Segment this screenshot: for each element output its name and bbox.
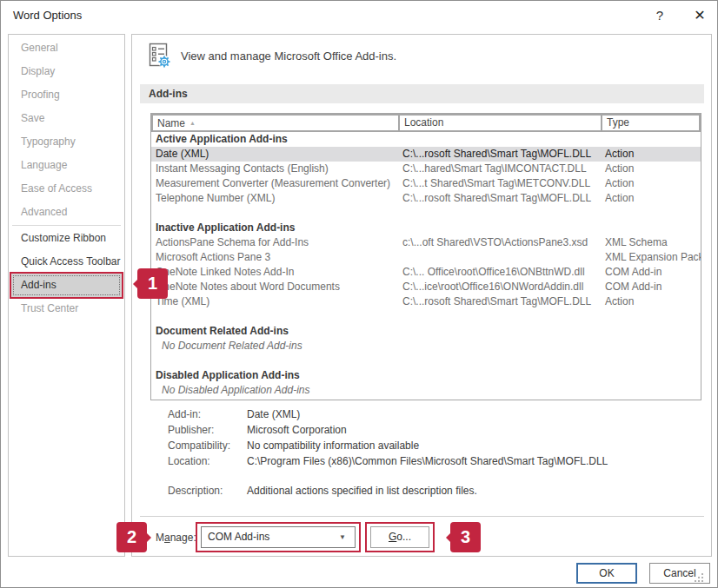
table-row[interactable]: Instant Messaging Contacts (English)C:\.…: [151, 162, 701, 176]
sidebar-item-trust-center[interactable]: Trust Center: [11, 297, 122, 320]
table-row[interactable]: OneNote Linked Notes Add-InC:\... Office…: [151, 265, 701, 280]
group-row: Document Related Add-ins: [151, 324, 701, 339]
manage-label: Manage:: [156, 532, 196, 544]
sidebar-item-proofing[interactable]: Proofing: [11, 83, 122, 107]
detail-row: Description:Additional actions specified…: [168, 483, 608, 499]
annotation-badge-1: 1: [137, 268, 168, 299]
addin-details: Add-in:Date (XML) Publisher:Microsoft Co…: [168, 406, 608, 499]
column-label-type: Type: [607, 116, 629, 129]
sort-ascending-icon: ▲: [189, 120, 196, 126]
manage-dropdown-value: COM Add-ins: [208, 531, 269, 543]
column-header-name[interactable]: Name▲: [153, 116, 400, 130]
detail-row: Compatibility:No compatibility informati…: [168, 438, 608, 453]
blank-row: [151, 353, 701, 368]
sidebar-item-save[interactable]: Save: [11, 107, 122, 130]
sidebar-item-add-ins[interactable]: Add-ins: [11, 274, 122, 297]
section-header: Add-ins: [140, 84, 704, 103]
title-bar: Word Options ? ✕: [1, 1, 717, 29]
sidebar-item-customize-ribbon[interactable]: Customize Ribbon: [11, 227, 122, 250]
badge-arrow-left-icon: [126, 277, 140, 291]
column-header-location[interactable]: Location: [400, 116, 602, 130]
column-label-location: Location: [404, 116, 443, 129]
help-icon[interactable]: ?: [650, 6, 669, 25]
close-icon[interactable]: ✕: [689, 5, 710, 26]
sidebar-item-language[interactable]: Language: [11, 154, 122, 177]
sidebar-item-general[interactable]: General: [11, 36, 122, 60]
manage-dropdown[interactable]: COM Add-ins ▼: [201, 526, 356, 548]
annotation-badge-2: 2: [116, 522, 147, 552]
empty-group-note: No Disabled Application Add-ins: [151, 383, 701, 398]
dialog-title: Word Options: [13, 9, 82, 22]
blank-row: [151, 206, 701, 221]
table-row[interactable]: Time (XML)C:\...rosoft Shared\Smart Tag\…: [151, 294, 701, 309]
table-row[interactable]: Measurement Converter (Measurement Conve…: [151, 176, 701, 191]
blank-row: [151, 309, 701, 324]
table-header: Name▲ Location Type: [151, 114, 701, 132]
sidebar-item-advanced[interactable]: Advanced: [11, 201, 122, 224]
go-button[interactable]: Go...: [370, 526, 429, 548]
table-row[interactable]: Telephone Number (XML)C:\...rosoft Share…: [151, 191, 701, 206]
sidebar-item-display[interactable]: Display: [11, 60, 122, 83]
page-description: View and manage Microsoft Office Add-ins…: [181, 50, 546, 63]
manage-separator: [140, 516, 704, 517]
badge-arrow-left-icon: [439, 531, 453, 545]
detail-row: Add-in:Date (XML): [168, 406, 608, 422]
sidebar-item-ease-of-access[interactable]: Ease of Access: [11, 177, 122, 201]
table-row[interactable]: Microsoft Actions Pane 3XML Expansion Pa…: [151, 250, 701, 265]
table-body: Active Application Add-ins Date (XML)C:\…: [151, 132, 701, 398]
chevron-down-icon: ▼: [339, 527, 346, 547]
table-row-selected[interactable]: Date (XML)C:\...rosoft Shared\Smart Tag\…: [151, 147, 701, 162]
addins-table: Name▲ Location Type Active Application A…: [150, 113, 701, 400]
sidebar-separator: [12, 225, 121, 226]
table-row[interactable]: ActionsPane Schema for Add-Insc:\...oft …: [151, 235, 701, 250]
annotation-box-go: Go...: [365, 522, 435, 552]
group-row: Disabled Application Add-ins: [151, 368, 701, 383]
group-row: Active Application Add-ins: [151, 132, 701, 147]
badge-arrow-right-icon: [144, 531, 158, 545]
annotation-box-dropdown: COM Add-ins ▼: [196, 522, 361, 552]
ok-button[interactable]: OK: [576, 563, 637, 584]
empty-group-note: No Document Related Add-ins: [151, 339, 701, 353]
column-header-type[interactable]: Type: [602, 116, 699, 130]
main-panel: View and manage Microsoft Office Add-ins…: [131, 34, 712, 557]
detail-row: Publisher:Microsoft Corporation: [168, 422, 608, 438]
sidebar: General Display Proofing Save Typography…: [8, 34, 125, 557]
column-label-name: Name: [157, 117, 185, 129]
detail-row: Location:C:\Program Files (x86)\Common F…: [168, 453, 608, 469]
annotation-badge-3: 3: [450, 522, 481, 552]
addins-gear-icon: [148, 42, 174, 69]
word-options-dialog: Word Options ? ✕ General Display Proofin…: [0, 0, 718, 588]
sidebar-item-typography[interactable]: Typography: [11, 130, 122, 154]
group-row: Inactive Application Add-ins: [151, 221, 701, 235]
sidebar-item-quick-access-toolbar[interactable]: Quick Access Toolbar: [11, 250, 122, 274]
table-row[interactable]: OneNote Notes about Word DocumentsC:\...…: [151, 280, 701, 294]
resize-grip[interactable]: [695, 573, 705, 584]
